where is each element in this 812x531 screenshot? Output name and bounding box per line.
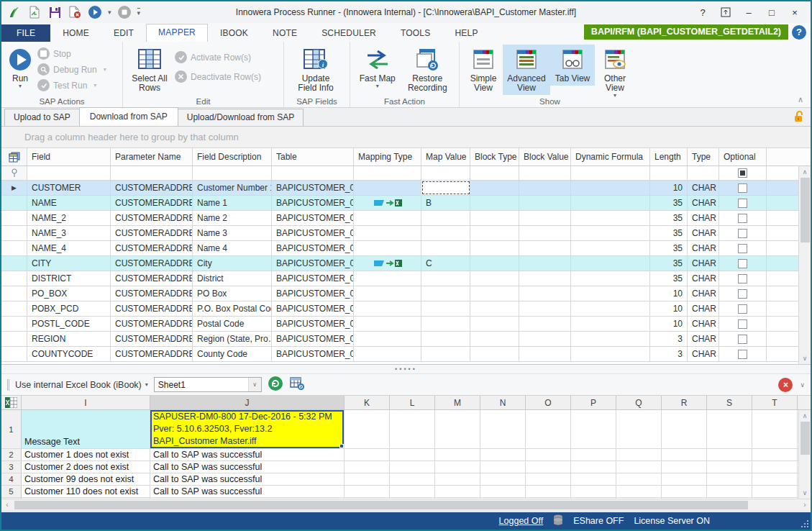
col-header-length[interactable]: Length — [650, 148, 688, 165]
cell-parameter-name[interactable]: CUSTOMERADDRESS — [111, 196, 193, 210]
ibook-col-header-I[interactable]: I — [22, 396, 150, 410]
ibook-col-header-Q[interactable]: Q — [616, 396, 662, 410]
cell-dynamic-formula[interactable] — [571, 196, 650, 210]
cell-mapping-type[interactable] — [354, 317, 421, 331]
cell-map-value[interactable] — [421, 347, 470, 361]
ibook-selector-button[interactable]: Use internal Excel Book (iBook)▾ — [15, 380, 148, 390]
cell-parameter-name[interactable]: CUSTOMERADDRESS — [111, 317, 193, 331]
cell-optional[interactable] — [719, 181, 767, 195]
select-all-header-icon[interactable] — [1, 148, 27, 165]
cell-mapping-type[interactable] — [354, 256, 421, 271]
table-row[interactable]: COUNTYCODECUSTOMERADDRESSCounty CodeBAPI… — [1, 347, 798, 362]
cell-mapping-type[interactable] — [354, 301, 421, 316]
doc-tab-download-from-sap[interactable]: Download from SAP — [79, 107, 178, 126]
cell-field[interactable]: REGION — [27, 332, 111, 346]
col-header-block-value[interactable]: Block Value — [519, 148, 571, 165]
cell-field-description[interactable]: PO Box — [193, 286, 272, 301]
scroll-down-icon[interactable]: ∨ — [799, 487, 811, 499]
menu-tab-home[interactable]: HOME — [50, 25, 101, 42]
ibook-cell[interactable] — [345, 461, 390, 473]
cell-field-description[interactable]: County Code — [193, 347, 272, 361]
select-all-rows-button[interactable]: Select All Rows — [127, 45, 172, 95]
ibook-row[interactable]: 4Customer 99 does not existCall to SAP w… — [1, 473, 798, 486]
ibook-cell[interactable] — [752, 410, 798, 449]
log-header-cell[interactable]: SAPUSER-DM0-800 17-Dec-2016 - 5:32 PMPve… — [150, 410, 345, 449]
cell-map-value[interactable] — [421, 286, 470, 301]
cell-map-value[interactable] — [421, 332, 470, 346]
cell-block-value[interactable] — [519, 271, 571, 286]
cell-type[interactable]: CHAR — [688, 181, 719, 195]
col-header-mapping-type[interactable]: Mapping Type — [354, 148, 421, 165]
cell-parameter-name[interactable]: CUSTOMERADDRESS — [111, 301, 193, 316]
cell-block-type[interactable] — [470, 181, 519, 195]
cell-block-value[interactable] — [519, 286, 571, 301]
ibook-cell[interactable] — [707, 449, 752, 461]
ibook-cell[interactable] — [752, 449, 798, 461]
table-row[interactable]: POSTL_CODECUSTOMERADDRESSPostal CodeBAPI… — [1, 317, 798, 332]
optional-checkbox[interactable] — [738, 183, 747, 193]
ibook-vertical-scrollbar[interactable]: ∧ ∨ — [798, 410, 811, 499]
ibook-cell-message[interactable]: Customer 2 does not exist — [22, 461, 150, 473]
ibook-cell[interactable] — [571, 486, 616, 498]
cell-type[interactable]: CHAR — [688, 286, 719, 301]
close-icon[interactable]: × — [785, 4, 805, 20]
cell-type[interactable]: CHAR — [688, 211, 719, 225]
table-row[interactable]: ▶CUSTOMERCUSTOMERADDRESSCustomer Number … — [1, 181, 798, 196]
cell-optional[interactable] — [719, 271, 767, 286]
cell-block-value[interactable] — [519, 332, 571, 346]
sheet-select-arrow-icon[interactable]: ∨ — [248, 378, 261, 391]
fast-map-button[interactable]: Fast Map▾ — [355, 45, 401, 91]
cell-length[interactable]: 3 — [650, 332, 688, 346]
ibook-row-number[interactable]: 5 — [1, 486, 22, 498]
cell-length[interactable]: 35 — [650, 196, 688, 210]
cell-table[interactable]: BAPICUSTOMER_04 — [272, 332, 354, 346]
fill-handle[interactable] — [339, 444, 344, 448]
cell-field[interactable]: POBX_PCD — [27, 301, 111, 316]
ibook-row-number[interactable]: 4 — [1, 473, 22, 486]
ibook-cell[interactable] — [390, 449, 435, 461]
cell-parameter-name[interactable]: CUSTOMERADDRESS — [111, 271, 193, 286]
cell-table[interactable]: BAPICUSTOMER_04 — [272, 241, 354, 255]
ibook-cell[interactable] — [571, 410, 616, 449]
cell-parameter-name[interactable]: CUSTOMERADDRESS — [111, 241, 193, 255]
ibook-cell[interactable] — [616, 486, 662, 498]
cell-field-description[interactable]: Name 3 — [193, 226, 272, 240]
optional-checkbox[interactable] — [738, 244, 747, 253]
table-row[interactable]: NAME_3CUSTOMERADDRESSName 3BAPICUSTOMER_… — [1, 226, 798, 241]
cell-block-type[interactable] — [470, 317, 519, 331]
cell-field-description[interactable]: Postal Code — [193, 317, 272, 331]
cell-type[interactable]: CHAR — [688, 317, 719, 331]
col-header-dynamic-formula[interactable]: Dynamic Formula — [571, 148, 650, 165]
cell-field-description[interactable]: Region (State, Pro… — [193, 332, 272, 346]
unlock-icon[interactable] — [793, 110, 805, 126]
ibook-col-header-R[interactable]: R — [662, 396, 707, 410]
group-by-bar[interactable]: Drag a column header here to group by th… — [1, 127, 811, 148]
sheet-options-icon[interactable] — [289, 376, 305, 394]
cell-map-value[interactable] — [421, 181, 470, 195]
menu-tab-ibook[interactable]: IBOOK — [208, 25, 260, 42]
cell-field[interactable]: NAME_4 — [27, 241, 111, 255]
cell-table[interactable]: BAPICUSTOMER_04 — [272, 196, 354, 210]
menu-tab-edit[interactable]: EDIT — [101, 25, 146, 42]
ibook-cell[interactable] — [616, 461, 662, 473]
cell-parameter-name[interactable]: CUSTOMERADDRESS — [111, 347, 193, 361]
cell-block-type[interactable] — [470, 226, 519, 240]
ibook-cell[interactable] — [571, 473, 616, 486]
table-row[interactable]: PO_BOXCUSTOMERADDRESSPO BoxBAPICUSTOMER_… — [1, 286, 798, 301]
cell-field[interactable]: COUNTYCODE — [27, 347, 111, 361]
minimize-icon[interactable]: – — [739, 4, 759, 20]
ibook-row-number[interactable]: 3 — [1, 461, 22, 473]
grid-scroll-thumb[interactable] — [800, 178, 810, 242]
ibook-cell[interactable] — [390, 410, 435, 449]
ibook-cell-result[interactable]: Call to SAP was successful — [150, 473, 345, 486]
ibook-cell[interactable] — [390, 486, 435, 498]
ibook-cell[interactable] — [480, 461, 526, 473]
menu-tab-help[interactable]: HELP — [442, 25, 490, 42]
ibook-horizontal-scrollbar[interactable]: ‹ › — [1, 499, 811, 510]
ibook-cell[interactable] — [480, 449, 526, 461]
run-button[interactable]: Run▾ — [6, 45, 35, 91]
ibook-col-header-M[interactable]: M — [435, 396, 480, 410]
cell-length[interactable]: 10 — [650, 301, 688, 316]
cell-mapping-type[interactable] — [354, 211, 421, 225]
optional-checkbox[interactable] — [738, 274, 747, 283]
